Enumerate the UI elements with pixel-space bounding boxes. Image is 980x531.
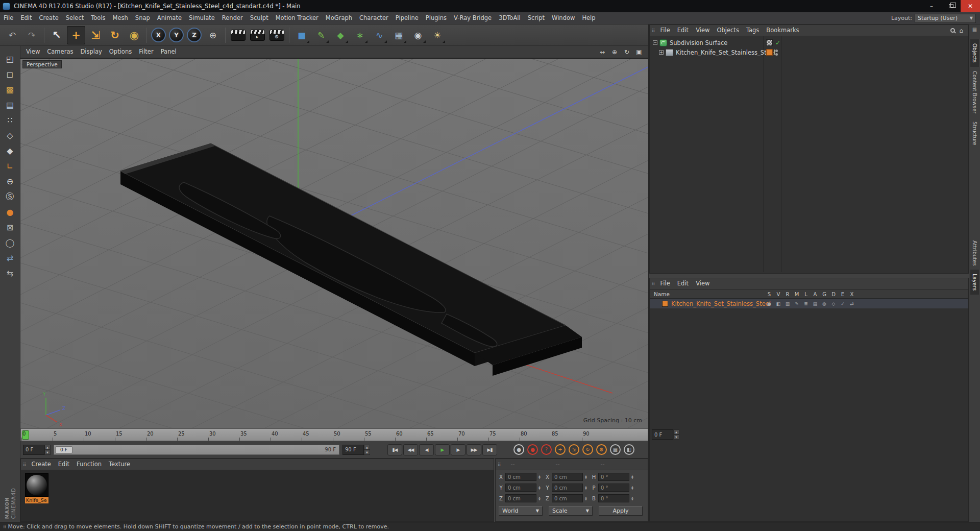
palette-button[interactable]: ⇄ bbox=[2, 250, 18, 266]
menu-item[interactable]: Pipeline bbox=[392, 12, 422, 24]
layer-toggle[interactable]: ◧ bbox=[774, 301, 783, 306]
render-button[interactable]: ▸ bbox=[248, 26, 266, 44]
viewport-menu-item[interactable]: Cameras bbox=[43, 46, 77, 58]
toolbar-button[interactable]: ◉ bbox=[125, 26, 143, 44]
field-stepper[interactable]: ▲▼ bbox=[585, 496, 590, 500]
enabled-check-icon[interactable]: ✓ bbox=[775, 39, 780, 46]
grip-icon[interactable]: ⠿ bbox=[652, 28, 655, 33]
layer-toggle[interactable]: ⇄ bbox=[847, 301, 856, 306]
dock-tab[interactable]: Attributes bbox=[970, 236, 979, 270]
layer-color-swatch[interactable] bbox=[662, 301, 668, 307]
step-down-icon[interactable]: ▼ bbox=[364, 450, 370, 455]
z-axis-lock-button[interactable]: Z bbox=[187, 28, 202, 42]
viewport-menu-item[interactable]: Options bbox=[106, 46, 135, 58]
menu-item[interactable]: Plugins bbox=[422, 12, 450, 24]
layer-toggle[interactable]: ◍ bbox=[820, 301, 829, 306]
palette-button[interactable]: ● bbox=[2, 204, 18, 220]
keyframe-button[interactable]: ↻ bbox=[582, 444, 593, 455]
viewport-menu-item[interactable]: Panel bbox=[157, 46, 180, 58]
menu-item[interactable]: Simulate bbox=[185, 12, 218, 24]
menu-item[interactable]: Motion Tracker bbox=[272, 12, 322, 24]
coordinate-system-button[interactable]: ⊕ bbox=[204, 26, 222, 44]
material-menu-item[interactable]: Edit bbox=[55, 459, 73, 470]
object-manager-menu-item[interactable]: View bbox=[692, 25, 713, 36]
material-menu-item[interactable]: Function bbox=[73, 459, 105, 470]
toolbar-button[interactable]: ↷ bbox=[22, 26, 41, 44]
range-end-field[interactable]: 90 F bbox=[342, 445, 364, 455]
toolbar-button[interactable]: ✎ bbox=[312, 26, 330, 44]
keyframe-button[interactable]: ? bbox=[541, 444, 552, 455]
field-stepper[interactable]: ▲▼ bbox=[631, 496, 636, 500]
step-down-icon[interactable]: ▼ bbox=[44, 450, 51, 455]
menu-item[interactable]: File bbox=[0, 12, 17, 24]
toolbar-button[interactable]: ▦ bbox=[389, 26, 408, 44]
field-stepper[interactable]: ▲▼ bbox=[538, 475, 543, 479]
field-stepper[interactable]: ▲▼ bbox=[631, 486, 636, 490]
expand-icon[interactable]: + bbox=[659, 50, 664, 55]
toolbar-button[interactable]: ∗ bbox=[351, 26, 369, 44]
keyframe-button[interactable]: ⇲ bbox=[569, 444, 579, 455]
palette-button[interactable]: ∟ bbox=[2, 158, 18, 174]
transport-button[interactable]: ▶▶ bbox=[467, 444, 481, 455]
object-manager-menu-item[interactable]: Bookmarks bbox=[763, 25, 802, 36]
transport-button[interactable]: ▶▮ bbox=[482, 444, 497, 455]
size-field[interactable]: 0 cm bbox=[552, 484, 583, 492]
object-manager-menu-item[interactable]: Tags bbox=[743, 25, 763, 36]
x-axis-lock-button[interactable]: X bbox=[151, 28, 166, 42]
transport-button[interactable]: ◀ bbox=[419, 444, 434, 455]
toolbar-button[interactable]: ↖ bbox=[47, 26, 66, 44]
viewport-menu-item[interactable]: Filter bbox=[135, 46, 157, 58]
position-field[interactable]: 0 cm bbox=[505, 494, 536, 502]
palette-button[interactable]: ⊠ bbox=[2, 220, 18, 235]
transport-button[interactable]: ▮◀ bbox=[387, 444, 402, 455]
menu-item[interactable]: MoGraph bbox=[322, 12, 356, 24]
palette-button[interactable]: ⊖ bbox=[2, 174, 18, 189]
material-tag-icon[interactable] bbox=[766, 49, 773, 56]
display-tag-icon[interactable] bbox=[766, 39, 773, 46]
viewport-menu-item[interactable]: Display bbox=[77, 46, 105, 58]
layer-toggle[interactable]: ● bbox=[765, 301, 774, 306]
layer-toggle[interactable]: ▥ bbox=[783, 301, 792, 306]
step-up-icon[interactable]: ▲ bbox=[364, 445, 370, 450]
step-up-icon[interactable]: ▲ bbox=[673, 429, 679, 435]
layer-toggle[interactable]: ≣ bbox=[801, 301, 811, 306]
object-row-knife-set[interactable]: + Kitchen_Knife_Set_Stainless_Steel bbox=[650, 47, 968, 57]
material-menu-item[interactable]: Create bbox=[28, 459, 55, 470]
collapse-icon[interactable]: − bbox=[653, 40, 657, 45]
viewport-canvas[interactable]: Y Z X Grid Spacing : 10 cm Perspective bbox=[20, 58, 648, 428]
keyframe-button[interactable]: + bbox=[555, 444, 566, 455]
palette-button[interactable]: ◯ bbox=[2, 235, 18, 250]
menu-item[interactable]: Character bbox=[356, 12, 392, 24]
menu-item[interactable]: Create bbox=[36, 12, 62, 24]
transport-button[interactable]: ◀◀ bbox=[403, 444, 418, 455]
position-field[interactable]: 0 cm bbox=[505, 484, 536, 492]
object-manager-menu-item[interactable]: File bbox=[657, 25, 674, 36]
toolbar-button[interactable]: ◆ bbox=[331, 26, 350, 44]
rotation-field[interactable]: 0 ° bbox=[598, 473, 629, 481]
field-stepper[interactable]: ▲▼ bbox=[631, 475, 636, 479]
toolbar-button[interactable]: ⇲ bbox=[86, 26, 105, 44]
field-stepper[interactable]: ▲▼ bbox=[585, 475, 590, 479]
menu-item[interactable]: V-Ray Bridge bbox=[450, 12, 495, 24]
layer-toggle[interactable]: ◇ bbox=[829, 301, 838, 306]
menu-item[interactable]: Help bbox=[578, 12, 599, 24]
keyframe-button[interactable]: ◧ bbox=[624, 444, 634, 455]
layer-toggle[interactable]: ▤ bbox=[811, 301, 820, 306]
menu-item[interactable]: Snap bbox=[132, 12, 154, 24]
grip-icon[interactable]: ⠿ bbox=[23, 462, 26, 467]
palette-button[interactable]: ◻ bbox=[2, 66, 18, 82]
render-button[interactable] bbox=[229, 26, 247, 44]
search-icon[interactable] bbox=[950, 28, 955, 33]
keyframe-button[interactable]: ▦ bbox=[610, 444, 621, 455]
palette-button[interactable]: ⇆ bbox=[2, 266, 18, 281]
toolbar-button[interactable]: + bbox=[67, 26, 85, 44]
toolbar-button[interactable]: ↻ bbox=[106, 26, 124, 44]
toolbar-button[interactable]: ↶ bbox=[3, 26, 21, 44]
layer-toggle[interactable]: ✎ bbox=[792, 301, 801, 306]
current-frame-field[interactable]: 0 F bbox=[652, 429, 673, 440]
layer-menu-item[interactable]: View bbox=[692, 278, 713, 289]
viewport-view-label[interactable]: Perspective bbox=[22, 60, 62, 68]
transport-button[interactable]: ▶ bbox=[435, 444, 450, 455]
dock-icon[interactable]: ▦ bbox=[972, 27, 977, 32]
menu-item[interactable]: Select bbox=[62, 12, 87, 24]
